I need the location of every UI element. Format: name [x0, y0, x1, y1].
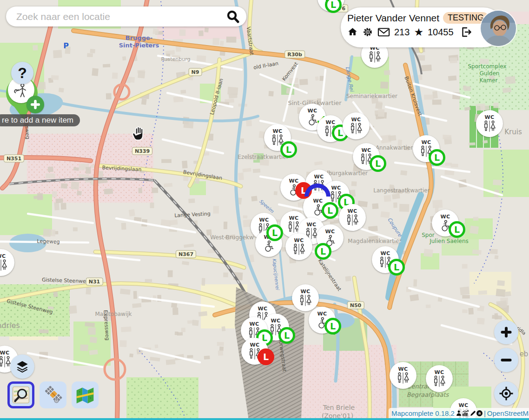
edit-pencil-icon[interactable]	[469, 410, 476, 417]
marker-wc-label: WC	[421, 140, 431, 145]
opening-hours-badge: L	[429, 149, 445, 166]
opening-hours-badge: L	[388, 259, 405, 276]
opening-hours-badge: L	[322, 202, 338, 219]
user-stats-icon[interactable]	[456, 410, 462, 416]
marker-wc-label: WC	[271, 318, 280, 323]
toilet-marker[interactable]: WCL	[353, 143, 380, 170]
settings-gear-icon[interactable]	[362, 26, 373, 38]
marker-wc-label: WC	[347, 209, 357, 214]
marker-wc-label: WC	[458, 403, 468, 408]
messages-envelope-icon[interactable]	[377, 27, 390, 37]
marker-wc-label: WC	[325, 120, 335, 125]
toilet-marker[interactable]: WC	[339, 204, 366, 231]
basemap-satellite-button[interactable]	[40, 381, 66, 408]
toilet-marker[interactable]: WCL	[264, 124, 291, 151]
marker-wc-label: WC	[289, 178, 298, 184]
toilet-marker[interactable]: WC	[285, 233, 312, 260]
marker-wc-label: WC	[0, 254, 6, 259]
marker-wc-label: WC	[294, 238, 304, 243]
toilet-marker[interactable]: WCL	[372, 246, 399, 273]
toilet-marker[interactable]: WCL	[317, 115, 344, 142]
marker-wc-label: WC	[0, 350, 10, 355]
add-plus-icon[interactable]	[26, 96, 44, 113]
marker-wc-label: WC	[398, 367, 408, 372]
app-version-link[interactable]: Mapcomplete 0.18.2	[391, 409, 455, 417]
user-panel: Pieter Vander Vennet TESTING	[341, 7, 503, 47]
layers-button[interactable]	[10, 354, 34, 379]
toilet-marker[interactable]: WC	[476, 110, 503, 137]
add-item-tooltip: re to add a new item	[0, 114, 80, 126]
marker-wc-label: WC	[440, 214, 450, 219]
statistics-chart-icon[interactable]	[462, 410, 469, 416]
attribution-bar: Mapcomplete 0.18.2 a | OpenStreetMap	[389, 408, 529, 419]
zoom-out-button[interactable]	[494, 348, 518, 372]
marker-wc-label: WC	[331, 185, 341, 190]
locate-crosshair-button[interactable]	[494, 381, 518, 406]
opening-hours-badge: L	[370, 155, 386, 172]
attribution-icons: a	[456, 410, 483, 417]
marker-wc-label: WC	[249, 322, 259, 327]
toilet-marker[interactable]: WC	[390, 362, 417, 389]
marker-wc-label: WC	[314, 174, 324, 179]
changeset-count: 10455	[428, 27, 454, 38]
toilet-marker[interactable]: WC	[343, 112, 370, 139]
opening-hours-badge: L	[278, 327, 295, 344]
search-input[interactable]	[15, 11, 226, 23]
marker-wc-label: WC	[361, 148, 371, 153]
logout-icon[interactable]	[461, 27, 472, 37]
zoom-in-button[interactable]	[494, 320, 518, 344]
toilet-marker[interactable]: WCL	[413, 135, 440, 162]
map-viewport[interactable]: Brugge-Sint-PietersRustenburgPVaartstraa…	[0, 0, 529, 420]
license-icon[interactable]: a	[476, 410, 483, 416]
openstreetmap-link[interactable]: OpenStreetMap	[487, 409, 529, 417]
marker-wc-label: WC	[300, 289, 310, 294]
marker-wc-label: WC	[484, 115, 494, 120]
marker-wc-label: WC	[325, 229, 335, 234]
changeset-star-icon: ★	[414, 27, 423, 38]
toilet-marker[interactable]: WCL	[432, 210, 459, 236]
marker-wc-label: WC	[258, 306, 267, 311]
toilet-marker[interactable]: WC	[426, 365, 453, 392]
opening-hours-badge: L	[266, 224, 283, 241]
toilet-marker[interactable]: WCL	[309, 307, 336, 334]
opening-hours-badge: L	[449, 221, 465, 238]
opening-hours-badge: L	[258, 348, 274, 365]
basemap-topo-button[interactable]	[72, 381, 99, 408]
bottom-accent-bar	[0, 418, 529, 420]
marker-wc-label: WC	[317, 311, 327, 316]
home-icon[interactable]	[347, 27, 358, 37]
toilet-marker[interactable]: WCL	[241, 338, 268, 365]
opening-hours-badge: L	[315, 243, 331, 260]
opening-hours-badge: L	[324, 318, 341, 335]
opening-hours-badge: L	[280, 141, 297, 158]
message-count: 213	[394, 27, 410, 38]
attribution-separator: |	[484, 409, 486, 417]
search-bar	[6, 7, 246, 26]
marker-wc-label: WC	[272, 129, 282, 134]
help-button[interactable]: ?	[11, 62, 33, 84]
marker-wc-label: WC	[306, 222, 316, 227]
marker-wc-label: WC	[313, 198, 323, 203]
basemap-osm-button[interactable]	[7, 381, 34, 408]
marker-wc-label: WC	[351, 117, 361, 122]
user-avatar[interactable]	[481, 11, 516, 46]
user-name[interactable]: Pieter Vander Vennet	[347, 13, 439, 24]
marker-wc-label: WC	[259, 217, 269, 223]
toilet-marker[interactable]: WC	[292, 284, 319, 311]
toilet-marker[interactable]: WCL	[317, 224, 344, 251]
marker-wc-label: WC	[289, 216, 298, 221]
marker-wc-label: WC	[434, 370, 444, 375]
search-icon[interactable]	[226, 10, 240, 24]
marker-wc-label: WC	[250, 342, 259, 348]
marker-wc-label: WC	[380, 251, 390, 256]
